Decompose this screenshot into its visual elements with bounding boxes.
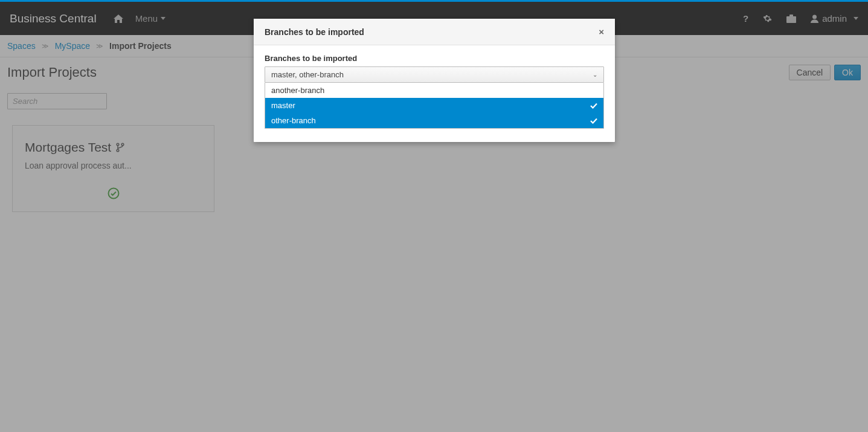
branch-option[interactable]: master bbox=[265, 98, 603, 113]
branch-option[interactable]: another-branch bbox=[265, 83, 603, 98]
branch-option-label: another-branch bbox=[271, 86, 324, 95]
check-icon bbox=[590, 118, 597, 124]
branches-field-label: Branches to be imported bbox=[265, 54, 604, 63]
branches-dropdown: another-branchmasterother-branch bbox=[265, 83, 604, 129]
check-icon bbox=[590, 103, 597, 109]
chevron-down-icon: ⌄ bbox=[593, 71, 597, 78]
branch-option-label: master bbox=[271, 101, 295, 110]
close-icon[interactable]: × bbox=[599, 27, 604, 37]
branches-selected-text: master, other-branch bbox=[271, 70, 344, 79]
modal-title: Branches to be imported bbox=[265, 27, 364, 37]
branches-modal: Branches to be imported × Branches to be… bbox=[254, 19, 615, 142]
branch-option-label: other-branch bbox=[271, 116, 316, 125]
branch-option[interactable]: other-branch bbox=[265, 113, 603, 128]
branches-select[interactable]: master, other-branch ⌄ bbox=[265, 66, 604, 83]
